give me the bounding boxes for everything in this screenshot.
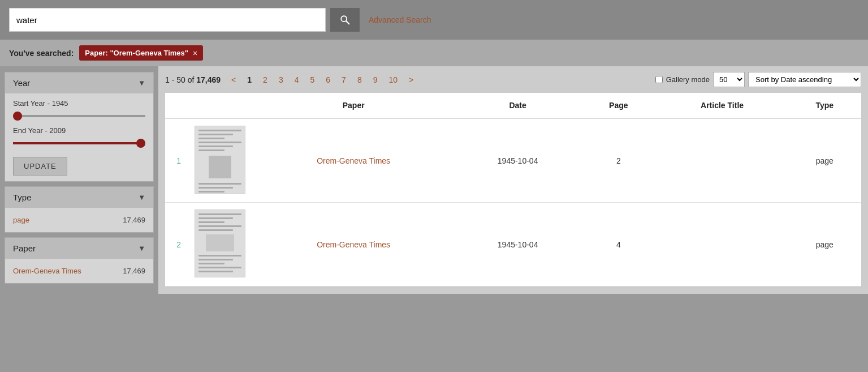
gallery-mode-text: Gallery mode <box>666 75 710 84</box>
facet-type-page-link[interactable]: page <box>13 216 29 224</box>
year-start-label: Start Year - 1945 <box>13 99 145 108</box>
page-5-button[interactable]: 5 <box>306 73 318 87</box>
update-button[interactable]: UPDATE <box>13 157 67 176</box>
row1-type: page <box>788 118 861 203</box>
row2-num: 2 <box>165 203 188 287</box>
page-9-button[interactable]: 9 <box>369 73 382 87</box>
facet-type-label: Type <box>13 193 32 202</box>
row2-paper: Orem-Geneva Times <box>252 203 455 287</box>
th-thumb <box>188 93 252 118</box>
facet-type-header[interactable]: Type ▼ <box>5 187 153 208</box>
facet-year-body: Start Year - 1945 End Year - 2009 UPDATE <box>5 93 153 181</box>
main-layout: Year ▼ Start Year - 1945 End Year - 2009… <box>0 66 868 294</box>
facet-paper-row-orem: Orem-Geneva Times 17,469 <box>13 264 145 277</box>
page-next-button[interactable]: > <box>405 73 417 87</box>
page-8-button[interactable]: 8 <box>353 73 366 87</box>
facet-type-body: page 17,469 <box>5 208 153 232</box>
search-input[interactable] <box>9 8 326 32</box>
page-2-button[interactable]: 2 <box>259 73 271 87</box>
table-row: 2 <box>165 203 861 287</box>
pagination-bar: 1 - 50 of 17,469 < 1 2 3 4 5 6 7 8 9 10 … <box>165 72 861 87</box>
result-count: 1 - 50 of 17,469 <box>165 75 221 84</box>
th-num <box>165 93 188 118</box>
th-paper: Paper <box>252 93 455 118</box>
facet-paper-chevron: ▼ <box>138 244 145 253</box>
table-row: 1 <box>165 118 861 203</box>
year-start-slider[interactable] <box>13 115 145 117</box>
searched-bar: You've searched: Paper: "Orem-Geneva Tim… <box>0 40 868 66</box>
sort-select[interactable]: Sort by Date ascending Sort by Date desc… <box>748 72 861 87</box>
svg-line-1 <box>346 21 349 24</box>
facet-paper: Paper ▼ Orem-Geneva Times 17,469 <box>5 237 154 284</box>
year-end-slider[interactable] <box>13 142 145 144</box>
year-end-label: End Year - 2009 <box>13 126 145 135</box>
page-7-button[interactable]: 7 <box>338 73 350 87</box>
row1-article-title <box>657 118 788 203</box>
facet-type: Type ▼ page 17,469 <box>5 186 154 233</box>
facet-paper-header[interactable]: Paper ▼ <box>5 238 153 259</box>
page-3-button[interactable]: 3 <box>275 73 287 87</box>
facet-paper-body: Orem-Geneva Times 17,469 <box>5 259 153 283</box>
facet-year-chevron: ▼ <box>138 79 145 87</box>
page-prev-button[interactable]: < <box>227 73 240 87</box>
content-area: 1 - 50 of 17,469 < 1 2 3 4 5 6 7 8 9 10 … <box>158 66 868 294</box>
searched-label: You've searched: <box>9 49 74 58</box>
row1-date: 1945-10-04 <box>455 118 581 203</box>
page-6-button[interactable]: 6 <box>322 73 334 87</box>
gallery-mode-label: Gallery mode <box>655 75 710 84</box>
sidebar: Year ▼ Start Year - 1945 End Year - 2009… <box>0 66 158 294</box>
tag-remove-button[interactable]: × <box>193 49 197 57</box>
row2-thumb <box>188 203 252 287</box>
facet-year: Year ▼ Start Year - 1945 End Year - 2009… <box>5 72 154 182</box>
row2-num-link[interactable]: 2 <box>176 240 181 249</box>
search-button[interactable] <box>330 8 360 32</box>
row2-date: 1945-10-04 <box>455 203 581 287</box>
tag-label: Paper: "Orem-Geneva Times" <box>85 49 188 57</box>
page-1-button[interactable]: 1 <box>243 73 256 87</box>
table-header-row: Paper Date Page Article Title Type <box>165 93 861 118</box>
facet-paper-label: Paper <box>13 243 36 253</box>
row2-article-title <box>657 203 788 287</box>
th-page: Page <box>581 93 657 118</box>
search-icon <box>340 15 350 25</box>
row1-paper-link[interactable]: Orem-Geneva Times <box>317 156 390 165</box>
row2-page: 4 <box>581 203 657 287</box>
row2-thumbnail[interactable] <box>195 209 245 277</box>
facet-year-header[interactable]: Year ▼ <box>5 72 153 93</box>
results-table: Paper Date Page Article Title Type 1 <box>165 93 861 287</box>
th-article-title: Article Title <box>657 93 788 118</box>
th-date: Date <box>455 93 581 118</box>
facet-type-chevron: ▼ <box>138 193 145 202</box>
facet-year-label: Year <box>13 78 30 88</box>
row2-type: page <box>788 203 861 287</box>
row1-num: 1 <box>165 118 188 203</box>
advanced-search-link[interactable]: Advanced Search <box>369 15 431 24</box>
search-bar: Advanced Search <box>0 0 868 40</box>
row1-num-link[interactable]: 1 <box>176 156 181 165</box>
th-type: Type <box>788 93 861 118</box>
page-10-button[interactable]: 10 <box>385 73 401 87</box>
row1-thumb <box>188 118 252 203</box>
facet-paper-orem-link[interactable]: Orem-Geneva Times <box>13 267 81 275</box>
year-end-container: End Year - 2009 <box>13 126 145 148</box>
row1-page: 2 <box>581 118 657 203</box>
facet-type-page-count: 17,469 <box>123 216 145 224</box>
per-page-select[interactable]: 50 10 25 100 <box>713 72 745 87</box>
row2-paper-link[interactable]: Orem-Geneva Times <box>317 240 390 249</box>
facet-paper-orem-count: 17,469 <box>123 267 145 275</box>
search-tag: Paper: "Orem-Geneva Times" × <box>79 45 203 61</box>
year-start-container: Start Year - 1945 <box>13 99 145 121</box>
page-4-button[interactable]: 4 <box>291 73 303 87</box>
gallery-mode-checkbox[interactable] <box>655 76 663 83</box>
facet-type-row-page: page 17,469 <box>13 213 145 226</box>
row1-thumbnail[interactable] <box>195 126 245 194</box>
row1-paper: Orem-Geneva Times <box>252 118 455 203</box>
